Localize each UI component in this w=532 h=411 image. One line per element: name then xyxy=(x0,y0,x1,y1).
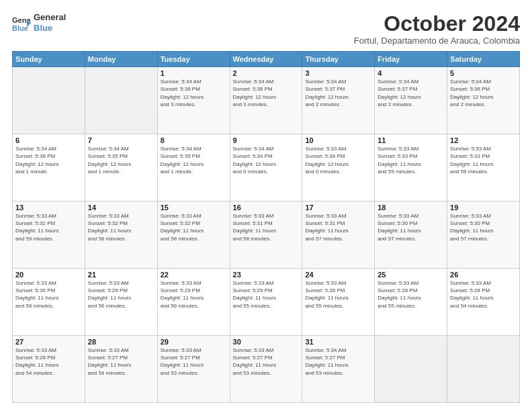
day-info: Sunrise: 5:33 AM Sunset: 5:33 PM Dayligh… xyxy=(450,145,517,175)
day-info: Sunrise: 5:34 AM Sunset: 5:37 PM Dayligh… xyxy=(305,78,371,108)
calendar-cell: 13Sunrise: 5:33 AM Sunset: 5:32 PM Dayli… xyxy=(13,201,85,269)
day-number: 8 xyxy=(161,136,227,144)
day-number: 1 xyxy=(161,69,227,77)
calendar-cell: 15Sunrise: 5:33 AM Sunset: 5:32 PM Dayli… xyxy=(157,201,230,269)
day-number: 26 xyxy=(450,271,517,279)
day-number: 7 xyxy=(88,136,154,144)
day-info: Sunrise: 5:34 AM Sunset: 5:36 PM Dayligh… xyxy=(15,145,82,175)
calendar-cell: 11Sunrise: 5:33 AM Sunset: 5:33 PM Dayli… xyxy=(375,134,447,201)
calendar-cell xyxy=(85,67,157,134)
calendar-cell: 9Sunrise: 5:34 AM Sunset: 5:34 PM Daylig… xyxy=(230,134,302,201)
calendar-cell: 30Sunrise: 5:33 AM Sunset: 5:27 PM Dayli… xyxy=(230,336,302,403)
day-number: 10 xyxy=(305,136,371,144)
calendar-header-sunday: Sunday xyxy=(13,52,85,67)
day-info: Sunrise: 5:34 AM Sunset: 5:35 PM Dayligh… xyxy=(88,145,154,175)
day-number: 15 xyxy=(161,203,227,212)
day-number: 22 xyxy=(161,271,227,279)
day-info: Sunrise: 5:33 AM Sunset: 5:31 PM Dayligh… xyxy=(233,212,300,242)
day-info: Sunrise: 5:33 AM Sunset: 5:28 PM Dayligh… xyxy=(378,279,444,310)
calendar-cell: 19Sunrise: 5:33 AM Sunset: 5:30 PM Dayli… xyxy=(447,201,520,269)
day-number: 24 xyxy=(305,271,371,279)
day-number: 17 xyxy=(305,203,371,212)
day-number: 6 xyxy=(15,136,82,144)
calendar-cell: 23Sunrise: 5:33 AM Sunset: 5:29 PM Dayli… xyxy=(230,269,302,336)
calendar-cell: 10Sunrise: 5:33 AM Sunset: 5:34 PM Dayli… xyxy=(302,134,375,201)
day-info: Sunrise: 5:33 AM Sunset: 5:30 PM Dayligh… xyxy=(378,212,444,242)
location: Fortul, Departamento de Arauca, Colombia xyxy=(354,36,520,46)
calendar-cell: 7Sunrise: 5:34 AM Sunset: 5:35 PM Daylig… xyxy=(85,134,157,201)
day-number: 23 xyxy=(233,271,300,279)
day-info: Sunrise: 5:34 AM Sunset: 5:38 PM Dayligh… xyxy=(161,78,227,108)
day-number: 29 xyxy=(161,338,227,346)
calendar-cell: 20Sunrise: 5:33 AM Sunset: 5:30 PM Dayli… xyxy=(13,269,85,336)
calendar-cell: 1Sunrise: 5:34 AM Sunset: 5:38 PM Daylig… xyxy=(157,67,230,134)
day-info: Sunrise: 5:33 AM Sunset: 5:27 PM Dayligh… xyxy=(233,347,300,377)
day-number: 28 xyxy=(88,338,154,346)
day-info: Sunrise: 5:33 AM Sunset: 5:27 PM Dayligh… xyxy=(161,347,227,377)
day-number: 5 xyxy=(450,69,517,77)
calendar-cell: 29Sunrise: 5:33 AM Sunset: 5:27 PM Dayli… xyxy=(157,336,230,403)
calendar-cell: 8Sunrise: 5:34 AM Sunset: 5:35 PM Daylig… xyxy=(157,134,230,201)
calendar-header-tuesday: Tuesday xyxy=(157,52,230,67)
day-number: 14 xyxy=(88,203,154,212)
calendar-cell: 6Sunrise: 5:34 AM Sunset: 5:36 PM Daylig… xyxy=(13,134,85,201)
day-number: 9 xyxy=(233,136,300,144)
day-info: Sunrise: 5:33 AM Sunset: 5:28 PM Dayligh… xyxy=(305,279,371,310)
day-info: Sunrise: 5:34 AM Sunset: 5:37 PM Dayligh… xyxy=(378,78,444,108)
day-info: Sunrise: 5:34 AM Sunset: 5:35 PM Dayligh… xyxy=(161,145,227,175)
day-number: 11 xyxy=(378,136,444,144)
page: General Blue General Blue October 2024 F… xyxy=(0,0,532,411)
calendar-week-2: 6Sunrise: 5:34 AM Sunset: 5:36 PM Daylig… xyxy=(13,134,520,201)
calendar-week-5: 27Sunrise: 5:33 AM Sunset: 5:28 PM Dayli… xyxy=(13,336,520,403)
calendar-header-wednesday: Wednesday xyxy=(230,52,302,67)
day-info: Sunrise: 5:33 AM Sunset: 5:30 PM Dayligh… xyxy=(15,279,82,310)
calendar-cell: 25Sunrise: 5:33 AM Sunset: 5:28 PM Dayli… xyxy=(375,269,447,336)
calendar-header-row: SundayMondayTuesdayWednesdayThursdayFrid… xyxy=(13,52,520,67)
calendar-cell: 12Sunrise: 5:33 AM Sunset: 5:33 PM Dayli… xyxy=(447,134,520,201)
day-info: Sunrise: 5:33 AM Sunset: 5:33 PM Dayligh… xyxy=(378,145,444,175)
day-number: 4 xyxy=(378,69,444,77)
day-info: Sunrise: 5:33 AM Sunset: 5:32 PM Dayligh… xyxy=(15,212,82,242)
day-number: 2 xyxy=(233,69,300,77)
calendar: SundayMondayTuesdayWednesdayThursdayFrid… xyxy=(12,51,520,403)
calendar-cell: 28Sunrise: 5:33 AM Sunset: 5:27 PM Dayli… xyxy=(85,336,157,403)
calendar-cell: 14Sunrise: 5:33 AM Sunset: 5:32 PM Dayli… xyxy=(85,201,157,269)
calendar-cell xyxy=(13,67,85,134)
day-info: Sunrise: 5:33 AM Sunset: 5:29 PM Dayligh… xyxy=(233,279,300,310)
day-info: Sunrise: 5:33 AM Sunset: 5:27 PM Dayligh… xyxy=(88,347,154,377)
day-info: Sunrise: 5:33 AM Sunset: 5:28 PM Dayligh… xyxy=(15,347,82,377)
calendar-cell: 3Sunrise: 5:34 AM Sunset: 5:37 PM Daylig… xyxy=(302,67,375,134)
calendar-cell: 4Sunrise: 5:34 AM Sunset: 5:37 PM Daylig… xyxy=(375,67,447,134)
day-number: 18 xyxy=(378,203,444,212)
calendar-cell: 16Sunrise: 5:33 AM Sunset: 5:31 PM Dayli… xyxy=(230,201,302,269)
day-number: 19 xyxy=(450,203,517,212)
title-block: October 2024 Fortul, Departamento de Ara… xyxy=(354,12,520,46)
day-info: Sunrise: 5:33 AM Sunset: 5:28 PM Dayligh… xyxy=(450,279,517,310)
calendar-cell xyxy=(447,336,520,403)
day-info: Sunrise: 5:33 AM Sunset: 5:34 PM Dayligh… xyxy=(305,145,371,175)
day-number: 25 xyxy=(378,271,444,279)
day-number: 12 xyxy=(450,136,517,144)
day-info: Sunrise: 5:33 AM Sunset: 5:29 PM Dayligh… xyxy=(161,279,227,310)
day-number: 13 xyxy=(15,203,82,212)
day-info: Sunrise: 5:33 AM Sunset: 5:32 PM Dayligh… xyxy=(161,212,227,242)
day-info: Sunrise: 5:33 AM Sunset: 5:31 PM Dayligh… xyxy=(305,212,371,242)
logo: General Blue General Blue xyxy=(12,12,66,33)
day-info: Sunrise: 5:34 AM Sunset: 5:34 PM Dayligh… xyxy=(233,145,300,175)
day-number: 20 xyxy=(15,271,82,279)
calendar-week-3: 13Sunrise: 5:33 AM Sunset: 5:32 PM Dayli… xyxy=(13,201,520,269)
calendar-cell: 22Sunrise: 5:33 AM Sunset: 5:29 PM Dayli… xyxy=(157,269,230,336)
calendar-cell: 26Sunrise: 5:33 AM Sunset: 5:28 PM Dayli… xyxy=(447,269,520,336)
calendar-week-1: 1Sunrise: 5:34 AM Sunset: 5:38 PM Daylig… xyxy=(13,67,520,134)
calendar-header-thursday: Thursday xyxy=(302,52,375,67)
day-info: Sunrise: 5:34 AM Sunset: 5:36 PM Dayligh… xyxy=(450,78,517,108)
calendar-header-friday: Friday xyxy=(375,52,447,67)
header: General Blue General Blue October 2024 F… xyxy=(12,12,520,46)
day-info: Sunrise: 5:34 AM Sunset: 5:38 PM Dayligh… xyxy=(233,78,300,108)
logo-icon: General Blue xyxy=(12,13,31,32)
calendar-cell: 27Sunrise: 5:33 AM Sunset: 5:28 PM Dayli… xyxy=(13,336,85,403)
day-number: 30 xyxy=(233,338,300,346)
day-number: 27 xyxy=(15,338,82,346)
day-number: 3 xyxy=(305,69,371,77)
calendar-cell xyxy=(375,336,447,403)
